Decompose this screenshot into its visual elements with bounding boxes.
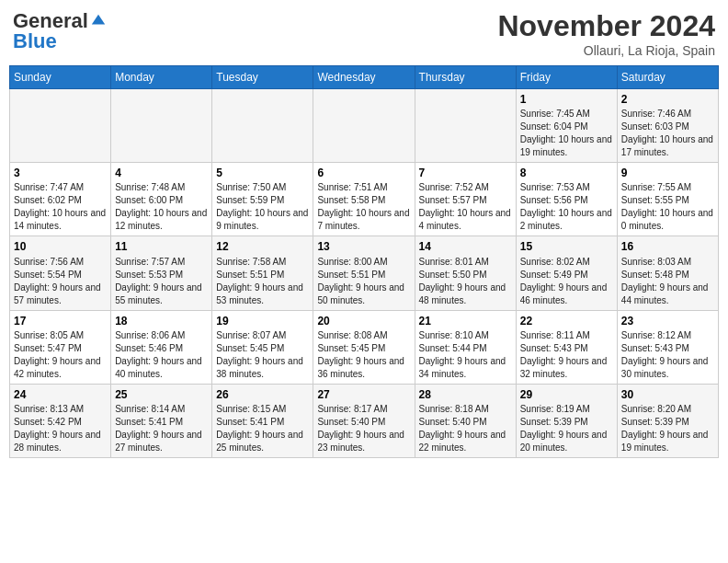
day-info: Sunrise: 8:15 AMSunset: 5:41 PMDaylight:… [216, 403, 309, 454]
calendar-cell: 12Sunrise: 7:58 AMSunset: 5:51 PMDayligh… [212, 236, 313, 310]
calendar-cell: 21Sunrise: 8:10 AMSunset: 5:44 PMDayligh… [415, 310, 516, 384]
calendar-cell: 22Sunrise: 8:11 AMSunset: 5:43 PMDayligh… [516, 310, 617, 384]
day-info: Sunrise: 7:52 AMSunset: 5:57 PMDaylight:… [419, 181, 512, 233]
day-number: 27 [317, 387, 410, 402]
day-info: Sunrise: 8:14 AMSunset: 5:41 PMDaylight:… [115, 403, 208, 454]
day-info: Sunrise: 8:05 AMSunset: 5:47 PMDaylight:… [14, 329, 107, 381]
calendar-cell: 13Sunrise: 8:00 AMSunset: 5:51 PMDayligh… [313, 236, 415, 310]
day-info: Sunrise: 8:20 AMSunset: 5:39 PMDaylight:… [621, 403, 714, 454]
day-number: 15 [520, 239, 613, 254]
day-info: Sunrise: 8:02 AMSunset: 5:49 PMDaylight:… [520, 256, 613, 307]
day-number: 25 [115, 387, 208, 402]
calendar-cell: 8Sunrise: 7:53 AMSunset: 5:56 PMDaylight… [516, 163, 617, 236]
calendar-cell: 20Sunrise: 8:08 AMSunset: 5:45 PMDayligh… [313, 310, 415, 384]
day-number: 7 [419, 166, 512, 180]
day-info: Sunrise: 8:18 AMSunset: 5:40 PMDaylight:… [419, 403, 512, 454]
day-info: Sunrise: 7:53 AMSunset: 5:56 PMDaylight:… [520, 181, 613, 233]
day-number: 21 [419, 314, 512, 328]
svg-marker-0 [92, 15, 105, 25]
day-info: Sunrise: 8:00 AMSunset: 5:51 PMDaylight:… [317, 256, 410, 307]
day-number: 14 [419, 239, 512, 254]
day-info: Sunrise: 7:56 AMSunset: 5:54 PMDaylight:… [14, 256, 107, 307]
day-number: 12 [216, 239, 309, 254]
day-info: Sunrise: 8:07 AMSunset: 5:45 PMDaylight:… [216, 329, 309, 381]
day-number: 26 [216, 387, 309, 402]
day-info: Sunrise: 8:06 AMSunset: 5:46 PMDaylight:… [115, 329, 208, 381]
day-number: 18 [115, 314, 208, 328]
weekday-header-thursday: Thursday [415, 66, 516, 89]
calendar-cell [313, 89, 415, 163]
day-info: Sunrise: 8:11 AMSunset: 5:43 PMDaylight:… [520, 329, 613, 381]
day-number: 1 [520, 92, 613, 107]
calendar-cell: 25Sunrise: 8:14 AMSunset: 5:41 PMDayligh… [111, 384, 212, 457]
weekday-header-friday: Friday [516, 66, 617, 89]
calendar-cell: 10Sunrise: 7:56 AMSunset: 5:54 PMDayligh… [10, 236, 111, 310]
logo-icon [90, 13, 107, 29]
calendar-cell: 18Sunrise: 8:06 AMSunset: 5:46 PMDayligh… [111, 310, 212, 384]
day-info: Sunrise: 7:46 AMSunset: 6:03 PMDaylight:… [621, 108, 714, 159]
calendar-cell: 27Sunrise: 8:17 AMSunset: 5:40 PMDayligh… [313, 384, 415, 457]
title-block: November 2024 Ollauri, La Rioja, Spain [497, 9, 715, 58]
day-info: Sunrise: 7:55 AMSunset: 5:55 PMDaylight:… [621, 181, 714, 233]
calendar-cell: 1Sunrise: 7:45 AMSunset: 6:04 PMDaylight… [516, 89, 617, 163]
calendar-cell: 24Sunrise: 8:13 AMSunset: 5:42 PMDayligh… [10, 384, 111, 457]
calendar-week-row: 17Sunrise: 8:05 AMSunset: 5:47 PMDayligh… [10, 310, 719, 384]
day-info: Sunrise: 8:03 AMSunset: 5:48 PMDaylight:… [621, 256, 714, 307]
month-title: November 2024 [497, 9, 715, 43]
day-number: 22 [520, 314, 613, 328]
logo-blue-text: Blue [13, 29, 57, 53]
calendar-cell: 14Sunrise: 8:01 AMSunset: 5:50 PMDayligh… [415, 236, 516, 310]
day-number: 19 [216, 314, 309, 328]
day-number: 30 [621, 387, 714, 402]
calendar-cell [111, 89, 212, 163]
calendar-cell: 5Sunrise: 7:50 AMSunset: 5:59 PMDaylight… [212, 163, 313, 236]
day-number: 6 [317, 166, 410, 180]
calendar-week-row: 1Sunrise: 7:45 AMSunset: 6:04 PMDaylight… [10, 89, 719, 163]
calendar-cell: 3Sunrise: 7:47 AMSunset: 6:02 PMDaylight… [10, 163, 111, 236]
day-info: Sunrise: 8:12 AMSunset: 5:43 PMDaylight:… [621, 329, 714, 381]
weekday-header-row: SundayMondayTuesdayWednesdayThursdayFrid… [10, 66, 719, 89]
day-number: 28 [419, 387, 512, 402]
day-number: 9 [621, 166, 714, 180]
day-info: Sunrise: 7:57 AMSunset: 5:53 PMDaylight:… [115, 256, 208, 307]
calendar-cell: 19Sunrise: 8:07 AMSunset: 5:45 PMDayligh… [212, 310, 313, 384]
calendar-cell: 17Sunrise: 8:05 AMSunset: 5:47 PMDayligh… [10, 310, 111, 384]
weekday-header-sunday: Sunday [10, 66, 111, 89]
calendar-week-row: 3Sunrise: 7:47 AMSunset: 6:02 PMDaylight… [10, 163, 719, 236]
weekday-header-tuesday: Tuesday [212, 66, 313, 89]
day-number: 24 [14, 387, 107, 402]
weekday-header-monday: Monday [111, 66, 212, 89]
day-info: Sunrise: 7:45 AMSunset: 6:04 PMDaylight:… [520, 108, 613, 159]
day-number: 10 [14, 239, 107, 254]
calendar-cell [415, 89, 516, 163]
day-number: 8 [520, 166, 613, 180]
day-number: 16 [621, 239, 714, 254]
calendar-week-row: 10Sunrise: 7:56 AMSunset: 5:54 PMDayligh… [10, 236, 719, 310]
day-info: Sunrise: 7:51 AMSunset: 5:58 PMDaylight:… [317, 181, 410, 233]
day-info: Sunrise: 7:48 AMSunset: 6:00 PMDaylight:… [115, 181, 208, 233]
location: Ollauri, La Rioja, Spain [497, 43, 715, 58]
day-info: Sunrise: 7:50 AMSunset: 5:59 PMDaylight:… [216, 181, 309, 233]
day-number: 5 [216, 166, 309, 180]
day-info: Sunrise: 7:58 AMSunset: 5:51 PMDaylight:… [216, 256, 309, 307]
calendar-cell: 29Sunrise: 8:19 AMSunset: 5:39 PMDayligh… [516, 384, 617, 457]
day-info: Sunrise: 8:10 AMSunset: 5:44 PMDaylight:… [419, 329, 512, 381]
calendar-cell: 30Sunrise: 8:20 AMSunset: 5:39 PMDayligh… [617, 384, 718, 457]
calendar-table: SundayMondayTuesdayWednesdayThursdayFrid… [9, 65, 719, 458]
weekday-header-wednesday: Wednesday [313, 66, 415, 89]
calendar-cell [212, 89, 313, 163]
day-number: 20 [317, 314, 410, 328]
day-info: Sunrise: 7:47 AMSunset: 6:02 PMDaylight:… [14, 181, 107, 233]
calendar-cell: 11Sunrise: 7:57 AMSunset: 5:53 PMDayligh… [111, 236, 212, 310]
calendar-cell: 15Sunrise: 8:02 AMSunset: 5:49 PMDayligh… [516, 236, 617, 310]
day-info: Sunrise: 8:08 AMSunset: 5:45 PMDaylight:… [317, 329, 410, 381]
calendar-cell: 23Sunrise: 8:12 AMSunset: 5:43 PMDayligh… [617, 310, 718, 384]
page-header: General Blue November 2024 Ollauri, La R… [9, 9, 719, 58]
day-number: 4 [115, 166, 208, 180]
day-number: 29 [520, 387, 613, 402]
day-info: Sunrise: 8:01 AMSunset: 5:50 PMDaylight:… [419, 256, 512, 307]
day-number: 3 [14, 166, 107, 180]
day-number: 23 [621, 314, 714, 328]
day-number: 13 [317, 239, 410, 254]
calendar-cell: 2Sunrise: 7:46 AMSunset: 6:03 PMDaylight… [617, 89, 718, 163]
